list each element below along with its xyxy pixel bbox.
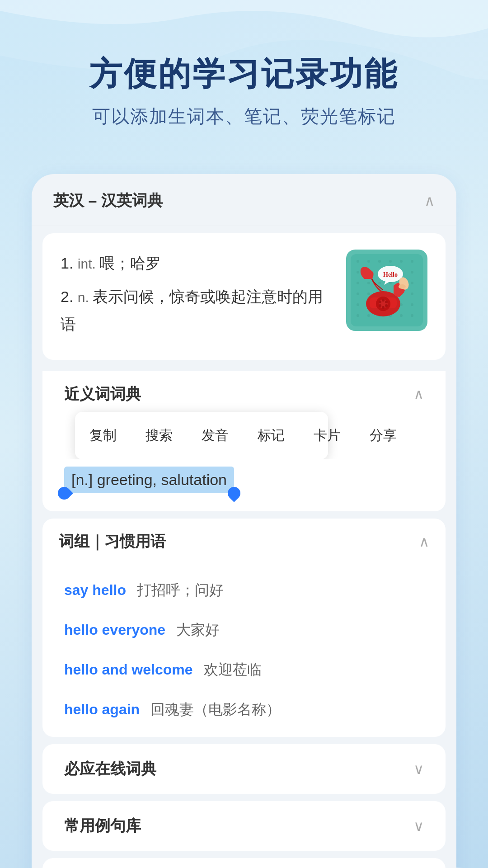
def-type-1: int.: [78, 256, 99, 271]
phrase-item-2[interactable]: hello everyone 大家好: [42, 610, 446, 650]
phrase-en-1: say hello: [64, 582, 126, 599]
definition-text: 1. int. 喂；哈罗 2. n. 表示问候，惊奇或唤起注意时的用语: [61, 250, 346, 344]
collapsed-section-2-header[interactable]: 常用例句库 ∨: [42, 801, 446, 851]
dict-section-header[interactable]: 英汉 – 汉英词典 ∧: [32, 174, 456, 226]
collapsed-section-1-header[interactable]: 必应在线词典 ∨: [42, 744, 446, 794]
definition-item-2: 2. n. 表示问候，惊奇或唤起注意时的用语: [61, 283, 337, 338]
svg-point-25: [357, 303, 359, 306]
svg-point-19: [357, 292, 359, 295]
selected-text-block: [n.] greeting, salutation: [64, 467, 234, 493]
svg-point-31: [357, 314, 359, 317]
phrases-chevron-up-icon: ∧: [419, 533, 429, 550]
svg-point-32: [367, 314, 370, 317]
synonym-header-wrapper: 近义词词典 ∧: [42, 371, 446, 405]
hello-image: Hello: [346, 250, 427, 331]
svg-point-13: [357, 282, 359, 284]
svg-point-46: [379, 301, 381, 303]
phrase-zh-1: 打招呼；问好: [137, 580, 224, 600]
svg-point-2: [367, 260, 370, 263]
svg-point-24: [411, 292, 413, 295]
svg-point-35: [400, 314, 403, 317]
svg-point-51: [399, 284, 406, 289]
sub-title: 可以添加生词本、笔记、荧光笔标记: [27, 104, 461, 129]
phrase-en-3: hello and welcome: [64, 661, 193, 678]
last-section: 听力原声例句 +: [42, 858, 446, 868]
synonym-chevron-up-icon: ∧: [413, 386, 424, 403]
svg-point-7: [357, 271, 359, 274]
phrases-section-header[interactable]: 词组｜习惯用语 ∧: [42, 519, 446, 563]
last-section-header[interactable]: 听力原声例句 +: [42, 858, 446, 868]
context-menu-container: 复制 搜索 发音 标记 卡片 分享: [42, 405, 446, 459]
def-content-1: 喂；哈罗: [99, 255, 161, 272]
phrase-en-2: hello everyone: [64, 622, 165, 638]
svg-point-42: [385, 301, 388, 303]
definition-area: 1. int. 喂；哈罗 2. n. 表示问候，惊奇或唤起注意时的用语: [42, 233, 446, 360]
selected-text-wrapper: [n.] greeting, salutation: [42, 459, 446, 511]
svg-point-30: [411, 303, 413, 306]
svg-point-15: [378, 282, 381, 284]
context-menu: 复制 搜索 发音 标记 卡片 分享: [75, 412, 328, 459]
card-container: 英汉 – 汉英词典 ∧ 1. int. 喂；哈罗 2. n. 表示问候，惊奇或唤…: [32, 174, 456, 868]
svg-point-18: [411, 282, 413, 284]
phrase-item-3[interactable]: hello and welcome 欢迎莅临: [42, 650, 446, 690]
context-menu-card[interactable]: 卡片: [299, 417, 355, 454]
dict-chevron-up-icon: ∧: [424, 192, 435, 209]
phrase-zh-3: 欢迎莅临: [204, 660, 262, 680]
svg-point-14: [367, 282, 370, 284]
phrase-en-4: hello again: [64, 701, 140, 718]
svg-point-4: [389, 260, 392, 263]
synonym-section-title: 近义词词典: [64, 384, 141, 405]
collapsed-section-1: 必应在线词典 ∨: [42, 744, 446, 794]
page-container: 方便的学习记录功能 可以添加生词本、笔记、荧光笔标记 英汉 – 汉英词典 ∧ 1…: [0, 0, 488, 868]
collapsed-section-2-title: 常用例句库: [64, 816, 141, 836]
context-menu-share[interactable]: 分享: [355, 417, 411, 454]
context-menu-copy[interactable]: 复制: [75, 417, 131, 454]
context-menu-search[interactable]: 搜索: [131, 417, 187, 454]
def-type-2: n.: [78, 290, 93, 305]
svg-text:Hello: Hello: [383, 271, 398, 278]
synonym-section-header[interactable]: 近义词词典 ∧: [64, 384, 424, 405]
svg-point-3: [378, 260, 381, 263]
svg-point-6: [411, 260, 413, 263]
phrase-zh-2: 大家好: [176, 620, 220, 640]
phrases-list: say hello 打招呼；问好 hello everyone 大家好 hell…: [42, 563, 446, 737]
svg-point-20: [367, 292, 370, 295]
collapsed-section-1-title: 必应在线词典: [64, 759, 156, 779]
def-index-2: 2.: [61, 288, 78, 305]
selected-text: [n.] greeting, salutation: [64, 467, 234, 493]
svg-point-1: [357, 260, 359, 263]
collapsed-section-1-chevron-icon: ∨: [413, 760, 424, 778]
collapsed-section-2: 常用例句库 ∨: [42, 801, 446, 851]
svg-point-12: [411, 271, 413, 274]
phrase-zh-4: 回魂妻（电影名称）: [150, 700, 281, 720]
phrase-item-1[interactable]: say hello 打招呼；问好: [42, 571, 446, 610]
dict-section-title: 英汉 – 汉英词典: [53, 190, 163, 211]
svg-point-36: [411, 314, 413, 317]
collapsed-section-2-chevron-icon: ∨: [413, 817, 424, 835]
svg-point-43: [385, 304, 388, 307]
main-title: 方便的学习记录功能: [27, 54, 461, 93]
svg-point-44: [382, 306, 385, 309]
def-index-1: 1.: [61, 255, 78, 272]
def-content-2: 表示问候，惊奇或唤起注意时的用语: [61, 288, 323, 333]
header-section: 方便的学习记录功能 可以添加生词本、笔记、荧光笔标记: [0, 0, 488, 156]
phrase-item-4[interactable]: hello again 回魂妻（电影名称）: [42, 690, 446, 730]
phrases-section-title: 词组｜习惯用语: [59, 531, 166, 552]
context-menu-pronounce[interactable]: 发音: [187, 417, 243, 454]
svg-point-41: [382, 299, 385, 302]
phrases-section: 词组｜习惯用语 ∧ say hello 打招呼；问好 hello everyon…: [42, 519, 446, 737]
definition-item-1: 1. int. 喂；哈罗: [61, 250, 337, 277]
svg-point-5: [400, 260, 403, 263]
svg-point-45: [379, 304, 381, 307]
context-menu-mark[interactable]: 标记: [243, 417, 299, 454]
